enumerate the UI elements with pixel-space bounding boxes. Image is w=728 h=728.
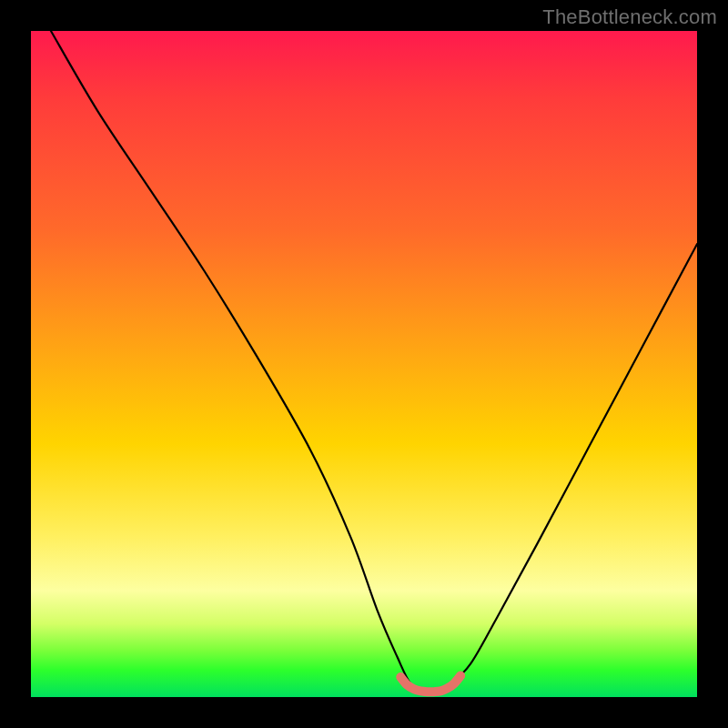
bottleneck-curve-path (51, 31, 697, 692)
chart-frame: TheBottleneck.com (0, 0, 728, 728)
plot-area (31, 31, 697, 697)
watermark-text: TheBottleneck.com (542, 5, 717, 29)
optimal-range-marker-path (400, 676, 460, 693)
curve-layer (31, 31, 697, 697)
